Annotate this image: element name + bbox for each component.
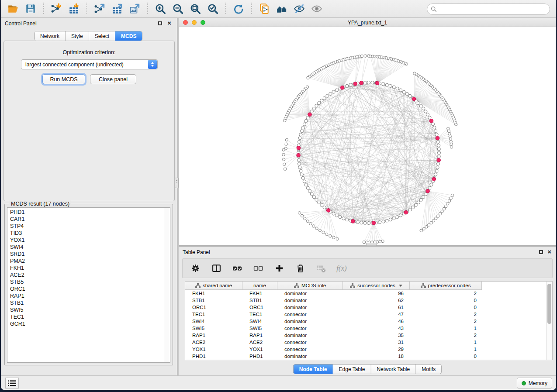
zoom-selected-button[interactable]	[204, 1, 221, 16]
mcds-node[interactable]	[375, 81, 379, 85]
network-node[interactable]	[339, 215, 342, 218]
network-node[interactable]	[392, 217, 395, 220]
mcds-result-item[interactable]: STP4	[7, 223, 170, 230]
network-node[interactable]	[307, 76, 309, 79]
network-node[interactable]	[382, 83, 385, 86]
add-row-icon[interactable]	[273, 263, 285, 274]
mcds-node[interactable]	[404, 210, 408, 214]
table-row[interactable]: STB1STB1dominator620	[185, 297, 546, 304]
tab-style[interactable]: Style	[66, 31, 89, 41]
mcds-result-item[interactable]: RAP1	[7, 292, 170, 299]
mcds-result-item[interactable]: STB1	[7, 299, 170, 306]
network-node[interactable]	[367, 81, 370, 84]
mcds-node[interactable]	[308, 113, 312, 117]
network-node[interactable]	[306, 220, 309, 222]
mcds-node[interactable]	[412, 97, 416, 101]
mcds-result-item[interactable]: YOX1	[7, 237, 170, 244]
network-node[interactable]	[306, 186, 309, 189]
network-node[interactable]	[378, 220, 381, 224]
network-node[interactable]	[301, 126, 304, 129]
tab-node-table[interactable]: Node Table	[294, 364, 333, 374]
mcds-result-item[interactable]: TEC1	[7, 313, 170, 320]
network-node[interactable]	[399, 89, 402, 92]
network-node[interactable]	[450, 143, 453, 145]
network-node[interactable]	[371, 81, 374, 84]
network-node[interactable]	[446, 202, 449, 205]
network-node[interactable]	[434, 130, 437, 133]
network-node[interactable]	[419, 198, 422, 201]
network-node[interactable]	[318, 201, 321, 204]
zoom-fit-button[interactable]	[187, 1, 204, 16]
network-node[interactable]	[450, 146, 453, 148]
mcds-result-item[interactable]: SWI5	[7, 306, 170, 313]
network-node[interactable]	[446, 127, 449, 130]
network-node[interactable]	[396, 87, 399, 90]
mcds-result-item[interactable]: SRD1	[7, 251, 170, 258]
network-node[interactable]	[308, 189, 311, 193]
zoom-in-button[interactable]	[152, 1, 169, 16]
mcds-node[interactable]	[437, 158, 441, 162]
network-node[interactable]	[282, 158, 285, 161]
close-table-panel-icon[interactable]: ×	[547, 248, 551, 256]
mcds-result-item[interactable]: STB5	[7, 279, 170, 285]
network-node[interactable]	[424, 110, 427, 113]
hide-selected-button[interactable]	[291, 1, 308, 16]
network-node[interactable]	[422, 196, 425, 199]
task-history-button[interactable]	[5, 378, 19, 389]
network-node[interactable]	[369, 55, 372, 58]
network-node[interactable]	[427, 224, 430, 226]
table-row[interactable]: TEC1TEC1connector472	[185, 311, 546, 318]
network-node[interactable]	[283, 163, 286, 165]
network-node[interactable]	[449, 138, 452, 140]
network-node[interactable]	[301, 176, 304, 179]
network-node[interactable]	[363, 221, 367, 224]
network-node[interactable]	[310, 110, 313, 113]
network-node[interactable]	[437, 144, 440, 147]
network-node[interactable]	[385, 83, 388, 86]
network-node[interactable]	[431, 123, 434, 126]
tab-select[interactable]: Select	[89, 31, 115, 41]
network-node[interactable]	[320, 203, 323, 206]
mcds-result-item[interactable]: PMA2	[7, 258, 170, 265]
network-node[interactable]	[414, 203, 417, 206]
network-node[interactable]	[413, 72, 416, 75]
network-node[interactable]	[434, 173, 437, 176]
table-row[interactable]: RAP1RAP1dominator352	[185, 332, 546, 339]
network-node[interactable]	[318, 229, 321, 232]
network-node[interactable]	[435, 133, 438, 136]
network-node[interactable]	[336, 237, 339, 240]
network-node[interactable]	[329, 92, 332, 95]
delete-row-icon[interactable]	[294, 263, 306, 274]
table-row[interactable]: PHD1PHD1dominator180	[185, 353, 546, 360]
network-node[interactable]	[309, 222, 312, 225]
network-node[interactable]	[332, 212, 335, 215]
network-node[interactable]	[425, 226, 428, 228]
network-node[interactable]	[326, 94, 329, 97]
mcds-node[interactable]	[429, 119, 433, 123]
network-node[interactable]	[417, 201, 420, 204]
mcds-node[interactable]	[372, 221, 376, 225]
network-node[interactable]	[303, 123, 306, 126]
table-scrollbar[interactable]	[546, 282, 552, 360]
network-node[interactable]	[379, 240, 381, 243]
export-image-button[interactable]	[126, 1, 143, 16]
mcds-node[interactable]	[326, 209, 330, 213]
network-node[interactable]	[283, 119, 286, 122]
network-node[interactable]	[298, 140, 301, 143]
network-node[interactable]	[285, 138, 288, 141]
table-row[interactable]: SWI5SWI5connector431	[185, 325, 546, 332]
run-mcds-button[interactable]: Run MCDS	[42, 74, 85, 84]
show-columns-icon[interactable]	[211, 263, 222, 274]
float-window-icon[interactable]	[158, 21, 162, 25]
table-row[interactable]: ORC1ORC1dominator610	[185, 304, 546, 311]
network-node[interactable]	[332, 90, 335, 93]
network-node[interactable]	[444, 205, 447, 207]
mcds-node[interactable]	[360, 81, 363, 85]
network-node[interactable]	[437, 151, 440, 154]
mcds-result-item[interactable]: PHD1	[7, 209, 170, 216]
network-node[interactable]	[439, 213, 441, 215]
network-node[interactable]	[332, 236, 335, 239]
export-network-button[interactable]	[91, 1, 108, 16]
network-node[interactable]	[323, 206, 326, 209]
mcds-node[interactable]	[340, 86, 344, 89]
